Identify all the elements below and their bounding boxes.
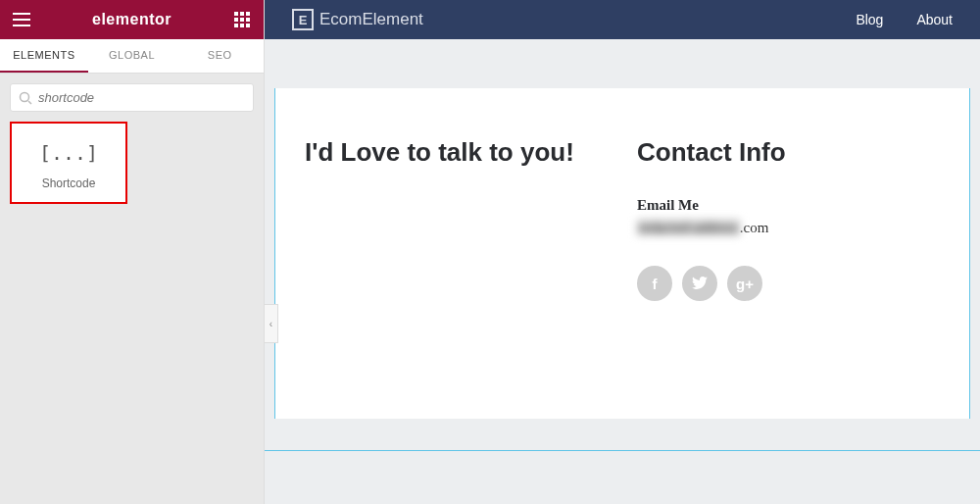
svg-rect-6 [234, 24, 238, 27]
search-box[interactable] [10, 83, 254, 112]
panel-header: elementor [0, 0, 264, 39]
page-body: I'd Love to talk to you! Contact Info Em… [265, 39, 980, 428]
column-right[interactable]: Contact Info Email Me redacted-address.c… [637, 137, 940, 301]
svg-rect-4 [240, 18, 244, 22]
menu-icon[interactable] [10, 8, 33, 31]
svg-rect-1 [240, 12, 244, 16]
preview-area: E EcomElement Blog About I'd Love to tal… [265, 0, 980, 504]
svg-line-10 [28, 101, 31, 104]
site-logo[interactable]: E EcomElement [292, 9, 423, 30]
svg-rect-8 [246, 24, 250, 27]
search-input[interactable] [38, 90, 245, 105]
editable-section[interactable]: I'd Love to talk to you! Contact Info Em… [274, 88, 970, 419]
site-nav: Blog About [856, 12, 953, 27]
left-heading: I'd Love to talk to you! [305, 137, 608, 168]
tab-seo[interactable]: SEO [175, 39, 264, 73]
social-links: f g+ [637, 266, 940, 301]
site-header: E EcomElement Blog About [265, 0, 980, 39]
svg-rect-3 [234, 18, 238, 22]
search-icon [19, 91, 32, 105]
email-value: redacted-address.com [637, 220, 940, 236]
site-title: EcomElement [319, 10, 423, 29]
svg-rect-7 [240, 24, 244, 27]
tab-global[interactable]: GLOBAL [88, 39, 176, 73]
panel-tabs: ELEMENTS GLOBAL SEO [0, 39, 264, 74]
facebook-icon[interactable]: f [637, 266, 672, 301]
email-suffix: .com [740, 220, 769, 235]
email-redacted: redacted-address [637, 220, 740, 235]
brand-logo: elementor [92, 11, 172, 28]
panel-collapse-handle[interactable]: ‹ [265, 304, 278, 343]
shortcode-icon: [...] [18, 141, 120, 165]
svg-rect-5 [246, 18, 250, 22]
search-wrap [0, 74, 264, 122]
email-label: Email Me [637, 197, 940, 214]
logo-mark-icon: E [292, 9, 314, 30]
elementor-panel: elementor ELEMENTS GLOBAL SEO [...] [0, 0, 265, 504]
chevron-left-icon: ‹ [270, 319, 272, 329]
apps-grid-icon[interactable] [230, 8, 254, 31]
nav-blog[interactable]: Blog [856, 12, 883, 27]
right-heading: Contact Info [637, 137, 940, 168]
svg-point-9 [21, 92, 29, 101]
column-left[interactable]: I'd Love to talk to you! [305, 137, 608, 301]
section-outline-bottom [265, 450, 980, 451]
tab-elements[interactable]: ELEMENTS [0, 39, 88, 73]
widget-label: Shortcode [18, 176, 120, 190]
svg-rect-0 [234, 12, 238, 16]
widget-list: [...] Shortcode [0, 122, 264, 204]
google-plus-icon[interactable]: g+ [727, 266, 762, 301]
svg-rect-2 [246, 12, 250, 16]
widget-shortcode[interactable]: [...] Shortcode [10, 122, 127, 204]
twitter-icon[interactable] [682, 266, 717, 301]
nav-about[interactable]: About [916, 12, 953, 27]
